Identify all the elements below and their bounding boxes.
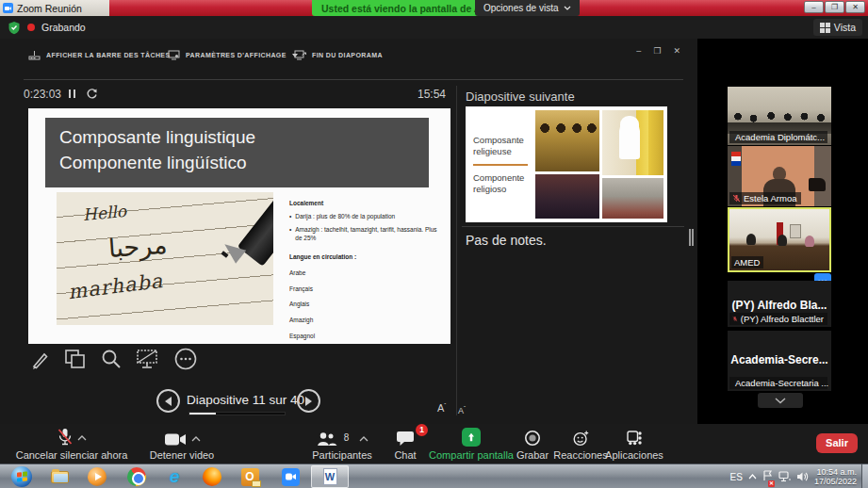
video-tile-amed-active-speaker[interactable]: AMED (728, 207, 831, 272)
next-slide-titles: Composante religieuse Componente religio… (469, 110, 532, 219)
share-screen-button[interactable]: Compartir pantalla (426, 428, 516, 461)
slide-title-box: Composante linguistique Componente lingü… (45, 118, 429, 187)
magnifier-icon[interactable] (100, 348, 123, 370)
apps-label: Aplicaciones (605, 449, 663, 461)
participants-button[interactable]: 8 Participantes (303, 428, 381, 461)
outlook-button[interactable]: O (232, 465, 268, 488)
view-options-button[interactable]: Opciones de vista (475, 0, 580, 16)
bullet-1-text: Darija : plus de 80% de la population (295, 212, 395, 221)
video-options-chevron-icon[interactable] (191, 436, 201, 442)
audio-tile-alfredo-blacttler[interactable]: (PY) Alfredo Bla... (PY) Alfredo Blacttl… (728, 281, 831, 327)
slide-bullet-2: • Amazigh : tachelhit, tamazight, tarifi… (289, 225, 444, 244)
participant-name-label: AMED (731, 256, 763, 268)
meeting-status: Grabando (8, 16, 86, 39)
next-slide-button[interactable] (297, 389, 320, 413)
decrease-font-button[interactable]: Aˇ (458, 405, 466, 415)
reactions-button[interactable]: Reacciones (552, 428, 609, 461)
chat-button[interactable]: 1 Chat (385, 428, 426, 461)
current-slide[interactable]: Composante linguistique Componente lingü… (28, 108, 450, 344)
reactions-smiley-icon (572, 430, 590, 447)
windows-taskbar: e O W ES ✕ 10:54 a.m. 17/05/2022 (0, 464, 868, 488)
end-slideshow-icon (294, 50, 306, 60)
meeting-info-bar: Grabando Vista (0, 16, 868, 39)
next-slide-title-es: Componente religioso (473, 172, 531, 195)
video-tile-academia-diplomatica[interactable]: Academia Diplomátc... (728, 87, 831, 145)
pause-timer-icon[interactable] (69, 89, 75, 98)
photo-word-hello: Hello (82, 202, 127, 224)
presenter-minimize-button[interactable]: – (636, 46, 641, 56)
end-slideshow-label: FIN DU DIAPORAMA (312, 52, 383, 58)
share-screen-label: Compartir pantalla (426, 449, 516, 461)
encryption-shield-icon[interactable] (8, 21, 21, 35)
stop-video-button[interactable]: Detener video (139, 428, 224, 461)
pen-tool-icon[interactable] (28, 348, 51, 370)
next-slide-thumbnail[interactable]: Composante religieuse Componente religio… (466, 106, 667, 222)
slide-sorter-icon[interactable] (63, 348, 88, 370)
show-taskbar-button[interactable]: AFFICHER LA BARRE DES TÂCHES (28, 50, 171, 60)
black-screen-icon[interactable] (135, 348, 161, 370)
apps-button[interactable]: Aplicaciones (605, 428, 663, 461)
view-layout-button[interactable]: Vista (813, 19, 862, 36)
pen-image (237, 192, 273, 267)
maximize-button[interactable]: ❐ (825, 1, 844, 13)
language-item: Espagnol (289, 332, 444, 341)
start-button[interactable] (4, 465, 40, 488)
restart-timer-icon[interactable] (86, 88, 98, 100)
record-label: Grabar (513, 449, 552, 461)
participant-name-label: (PY) Alfredo Blacttler (729, 313, 827, 325)
video-tile-estela-armoa[interactable]: Estela Armoa (728, 146, 831, 206)
photo-crowd (602, 178, 663, 219)
action-center-flag-icon[interactable]: ✕ (762, 468, 773, 485)
tray-expand-icon[interactable] (748, 474, 757, 480)
slide-bullet-1: • Darija : plus de 80% de la population (289, 212, 444, 221)
recording-label: Grabando (41, 22, 86, 33)
participants-chevron-icon[interactable] (359, 436, 368, 442)
next-slide-title-fr: Composante religieuse (473, 135, 531, 157)
display-settings-button[interactable]: PARAMÈTRES D'AFFICHAGE (168, 50, 298, 60)
word-icon: W (323, 468, 337, 485)
notes-text: Pas de notes. (466, 233, 547, 248)
tray-time: 10:54 a.m. (814, 467, 857, 478)
chrome-icon (127, 467, 146, 486)
scroll-participants-button[interactable] (758, 393, 803, 408)
show-desktop-button[interactable] (861, 464, 868, 488)
increase-font-button[interactable]: Aˆ (437, 402, 446, 414)
slide-title-fr: Composante linguistique (59, 125, 429, 151)
file-explorer-button[interactable] (41, 465, 77, 488)
audio-tile-academia-secretaria[interactable]: Academia-Secre... Academia-Secretaria ..… (728, 331, 831, 391)
record-button[interactable]: Grabar (513, 428, 552, 461)
media-player-button[interactable] (79, 465, 115, 488)
volume-icon[interactable] (796, 471, 809, 482)
internet-explorer-icon: e (170, 466, 180, 487)
previous-slide-button[interactable] (156, 389, 180, 413)
notes-scrollbar[interactable] (689, 229, 694, 246)
unmute-button[interactable]: Cancelar silenciar ahora (5, 428, 139, 461)
participant-name: (PY) Alfredo Blacttler (741, 314, 824, 324)
internet-explorer-button[interactable]: e (156, 465, 192, 488)
next-slide-divider (473, 164, 528, 166)
chrome-button[interactable] (119, 465, 155, 488)
minimize-button[interactable]: – (804, 1, 824, 13)
next-slide-header: Diapositive suivante (466, 89, 575, 104)
presenter-restore-button[interactable]: ❐ (653, 46, 661, 56)
window-titlebar: Zoom Reunión Usted está viendo la pantal… (0, 0, 868, 16)
close-button[interactable]: ✕ (845, 1, 865, 13)
mic-options-chevron-icon[interactable] (77, 435, 87, 441)
presenter-close-button[interactable]: ✕ (673, 46, 680, 56)
leave-meeting-button[interactable]: Salir (816, 433, 858, 453)
end-slideshow-button[interactable]: FIN DU DIAPORAMA (294, 50, 383, 60)
firefox-button[interactable] (194, 465, 230, 488)
zoom-taskbar-button[interactable] (272, 465, 308, 488)
language-indicator[interactable]: ES (730, 472, 743, 482)
clock[interactable]: 10:54 a.m. 17/05/2022 (814, 467, 857, 487)
participant-name: Estela Armoa (744, 193, 797, 203)
word-taskbar-button[interactable]: W (311, 465, 349, 488)
grid-view-icon (820, 23, 830, 33)
participant-name: Academia-Secretaria ... (735, 378, 828, 388)
outlook-icon: O (241, 468, 259, 486)
more-options-icon[interactable] (173, 347, 198, 371)
network-icon[interactable] (778, 471, 791, 482)
panel-divider (456, 86, 457, 415)
chevron-down-icon (775, 398, 786, 404)
window-controls: – ❐ ✕ (804, 1, 865, 13)
